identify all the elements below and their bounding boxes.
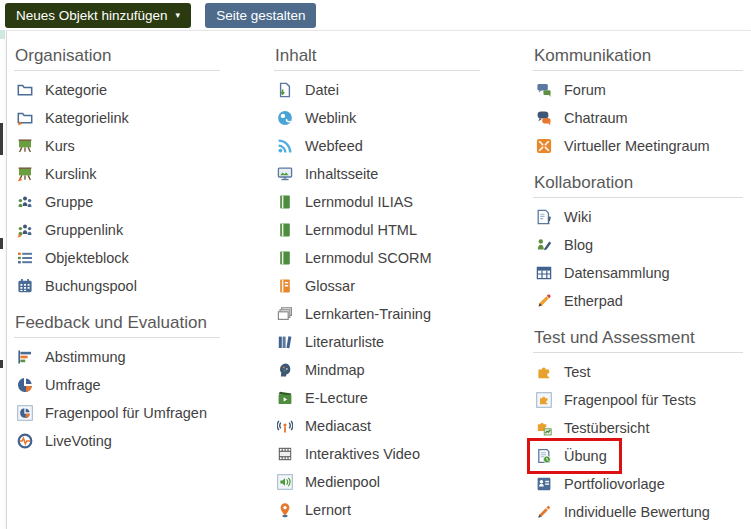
blog-icon <box>535 236 553 254</box>
toolbar: Neues Objekt hinzufügen ▾ Seite gestalte… <box>5 3 316 28</box>
menu-item-medienpool[interactable]: Medienpool <box>274 468 480 496</box>
menu-item-label: Etherpad <box>564 293 623 309</box>
menu-item-gruppe[interactable]: Gruppe <box>14 188 220 216</box>
menu-item-label: Lernkarten-Training <box>305 306 431 322</box>
section-feedback-evaluation: Feedback und Evaluation Abstimmung Umfra… <box>14 313 220 455</box>
menu-item-label: Kurslink <box>45 166 97 182</box>
design-page-label: Seite gestalten <box>216 8 305 23</box>
glossary-icon <box>276 277 294 295</box>
menu-item-e-lecture[interactable]: E-Lecture <box>274 384 480 412</box>
bibliography-icon <box>276 333 294 351</box>
menu-item-uebung[interactable]: Übung <box>533 442 743 470</box>
menu-item-objekteblock[interactable]: Objekteblock <box>14 244 220 272</box>
menu-item-wiki[interactable]: Wiki <box>533 203 743 231</box>
add-new-object-label: Neues Objekt hinzufügen <box>16 8 168 23</box>
section-inhalt: Inhalt Datei Weblink Webfeed Inhaltsseit… <box>274 46 480 524</box>
menu-item-label: Umfrage <box>45 377 101 393</box>
menu-item-buchungspool[interactable]: Buchungspool <box>14 272 220 300</box>
file-icon <box>276 81 294 99</box>
menu-item-interaktives-video[interactable]: Interaktives Video <box>274 440 480 468</box>
dropdown-column-inhalt: Inhalt Datei Weblink Webfeed Inhaltsseit… <box>274 31 480 524</box>
dropdown-column-organisation: Organisation Kategorie Kategorielink Kur… <box>14 31 220 455</box>
group-link-icon <box>16 221 34 239</box>
menu-item-individuelle-bewertung[interactable]: Individuelle Bewertung <box>533 498 743 526</box>
menu-item-webfeed[interactable]: Webfeed <box>274 132 480 160</box>
menu-item-umfrage[interactable]: Umfrage <box>14 371 220 399</box>
learning-module-icon <box>276 221 294 239</box>
test-overview-icon <box>535 419 553 437</box>
menu-item-test[interactable]: Test <box>533 358 743 386</box>
survey-icon <box>16 376 34 394</box>
menu-item-inhaltsseite[interactable]: Inhaltsseite <box>274 160 480 188</box>
portfolio-template-icon <box>535 475 553 493</box>
individual-assessment-icon <box>535 503 553 521</box>
menu-item-label: Individuelle Bewertung <box>564 504 710 520</box>
menu-item-chatraum[interactable]: Chatraum <box>533 104 743 132</box>
item-group-icon <box>16 249 34 267</box>
menu-item-forum[interactable]: Forum <box>533 76 743 104</box>
menu-item-lernmodul-html[interactable]: Lernmodul HTML <box>274 216 480 244</box>
menu-item-label: Chatraum <box>564 110 628 126</box>
menu-item-label: Forum <box>564 82 606 98</box>
menu-item-lernmodul-scorm[interactable]: Lernmodul SCORM <box>274 244 480 272</box>
dropdown-column-kommunikation: Kommunikation Forum Chatraum Virtueller … <box>533 31 743 526</box>
category-folder-icon <box>16 81 34 99</box>
webfeed-rss-icon <box>276 137 294 155</box>
wiki-icon <box>535 208 553 226</box>
menu-item-glossar[interactable]: Glossar <box>274 272 480 300</box>
menu-item-label: Medienpool <box>305 474 380 490</box>
menu-item-label: Lernort <box>305 502 351 518</box>
menu-item-lernmodul-ilias[interactable]: Lernmodul ILIAS <box>274 188 480 216</box>
menu-item-fragenpool-tests[interactable]: Fragenpool für Tests <box>533 386 743 414</box>
mindmap-icon <box>276 361 294 379</box>
menu-item-etherpad[interactable]: Etherpad <box>533 287 743 315</box>
menu-item-kurslink[interactable]: Kurslink <box>14 160 220 188</box>
content-page-icon <box>276 165 294 183</box>
menu-item-label: Objekteblock <box>45 250 129 266</box>
menu-item-datei[interactable]: Datei <box>274 76 480 104</box>
menu-item-label: Gruppe <box>45 194 93 210</box>
section-title: Kollaboration <box>533 173 743 198</box>
menu-item-lernkarten[interactable]: Lernkarten-Training <box>274 300 480 328</box>
menu-item-lernort[interactable]: Lernort <box>274 496 480 524</box>
menu-item-kategorielink[interactable]: Kategorielink <box>14 104 220 132</box>
design-page-button[interactable]: Seite gestalten <box>205 3 316 28</box>
menu-item-mediacast[interactable]: Mediacast <box>274 412 480 440</box>
menu-item-label: Abstimmung <box>45 349 126 365</box>
menu-item-datensammlung[interactable]: Datensammlung <box>533 259 743 287</box>
category-link-icon <box>16 109 34 127</box>
menu-item-literaturliste[interactable]: Literaturliste <box>274 328 480 356</box>
menu-item-label: Wiki <box>564 209 591 225</box>
menu-item-portfoliovorlage[interactable]: Portfoliovorlage <box>533 470 743 498</box>
menu-item-label: Lernmodul HTML <box>305 222 417 238</box>
menu-item-kurs[interactable]: Kurs <box>14 132 220 160</box>
menu-item-gruppenlink[interactable]: Gruppenlink <box>14 216 220 244</box>
menu-item-label: E-Lecture <box>305 390 368 406</box>
background-page-fragment <box>0 123 3 155</box>
add-new-object-button[interactable]: Neues Objekt hinzufügen ▾ <box>5 3 191 28</box>
forum-icon <box>535 81 553 99</box>
menu-item-label: Kategorie <box>45 82 107 98</box>
menu-item-virtueller-meetingraum[interactable]: Virtueller Meetingraum <box>533 132 743 160</box>
menu-item-livevoting[interactable]: LiveVoting <box>14 427 220 455</box>
virtual-meeting-icon <box>535 137 553 155</box>
background-page-fragment <box>0 360 3 368</box>
poll-icon <box>16 348 34 366</box>
section-kollaboration: Kollaboration Wiki Blog Datensammlung Et… <box>533 173 743 315</box>
menu-item-fragenpool-umfragen[interactable]: Fragenpool für Umfragen <box>14 399 220 427</box>
course-link-icon <box>16 165 34 183</box>
section-title: Inhalt <box>274 46 480 71</box>
menu-item-label: Datensammlung <box>564 265 670 281</box>
menu-item-abstimmung[interactable]: Abstimmung <box>14 343 220 371</box>
annotation-highlight-box: Übung <box>527 438 622 474</box>
menu-item-weblink[interactable]: Weblink <box>274 104 480 132</box>
section-kommunikation: Kommunikation Forum Chatraum Virtueller … <box>533 46 743 160</box>
menu-item-label: Inhaltsseite <box>305 166 378 182</box>
section-organisation: Organisation Kategorie Kategorielink Kur… <box>14 46 220 300</box>
e-lecture-icon <box>276 389 294 407</box>
survey-question-pool-icon <box>16 404 34 422</box>
menu-item-kategorie[interactable]: Kategorie <box>14 76 220 104</box>
menu-item-blog[interactable]: Blog <box>533 231 743 259</box>
menu-item-mindmap[interactable]: Mindmap <box>274 356 480 384</box>
menu-item-label: Gruppenlink <box>45 222 123 238</box>
